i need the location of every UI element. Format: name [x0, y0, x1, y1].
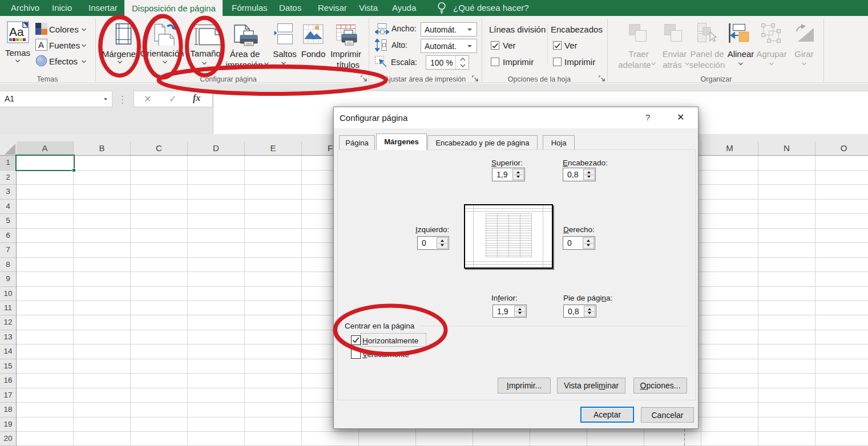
- svg-text:Aa: Aa: [9, 25, 24, 38]
- svg-text:A: A: [38, 40, 44, 50]
